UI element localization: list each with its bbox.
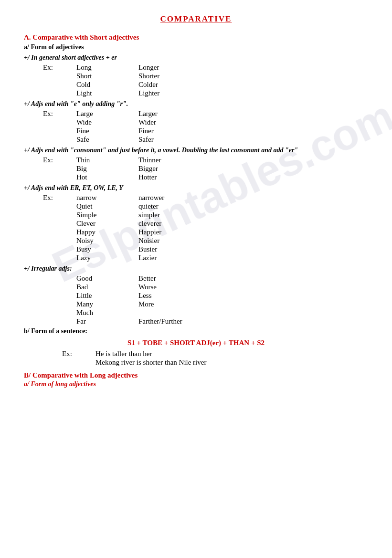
rule-1-heading: +/ In general short adjectives + er bbox=[24, 54, 368, 62]
rule-4-heading: +/ Adjs end with ER, ET, OW, LE, Y bbox=[24, 184, 368, 192]
ex-comp bbox=[138, 309, 215, 317]
ex-comp: Happier bbox=[138, 228, 215, 236]
example-row: Fine Finer bbox=[43, 127, 368, 135]
ex-comp: Worse bbox=[138, 283, 215, 291]
ex-base: Big bbox=[76, 165, 138, 173]
ex-label bbox=[43, 89, 76, 97]
ex-base: Fine bbox=[76, 127, 138, 135]
ex-label bbox=[43, 292, 76, 300]
ex-label: Ex: bbox=[43, 156, 76, 164]
rule-5-heading: +/ Irregular adjs: bbox=[24, 265, 368, 273]
ex-label: Ex: bbox=[43, 194, 76, 202]
example-row: Cold Colder bbox=[43, 81, 368, 89]
example-row: Bad Worse bbox=[43, 283, 368, 291]
ex-base: Wide bbox=[76, 118, 138, 126]
section-a-heading: A. Comparative with Short adjectives bbox=[24, 33, 368, 42]
ex-label: Ex: bbox=[43, 110, 76, 118]
section-b-sub: a/ Form of long adjectives bbox=[24, 380, 368, 388]
example-row: Short Shorter bbox=[43, 72, 368, 80]
ex-comp: Hotter bbox=[138, 173, 215, 181]
example-row: Mekong river is shorter than Nile river bbox=[62, 358, 368, 367]
rule-1-examples: Ex: Long Longer Short Shorter Cold Colde… bbox=[43, 63, 368, 97]
ex-label bbox=[43, 254, 76, 262]
ex-label bbox=[43, 136, 76, 144]
ex-label bbox=[43, 81, 76, 89]
example-sentences: Ex: He is taller than her Mekong river i… bbox=[62, 350, 368, 367]
ex-label: Ex: bbox=[62, 350, 95, 358]
example-row: Ex: He is taller than her bbox=[62, 350, 368, 358]
ex-comp: cleverer bbox=[138, 220, 215, 228]
ex-label bbox=[43, 274, 76, 283]
example-row: Simple simpler bbox=[43, 211, 368, 219]
ex-comp: More bbox=[138, 300, 215, 308]
ex-label bbox=[43, 118, 76, 126]
ex-base: Long bbox=[76, 63, 138, 72]
ex-base: Light bbox=[76, 89, 138, 97]
ex-base: Thin bbox=[76, 156, 138, 164]
example-row: Ex: Large Larger bbox=[43, 110, 368, 118]
ex-base: Good bbox=[76, 274, 138, 283]
ex-base: Safe bbox=[76, 136, 138, 144]
example-row: Wide Wider bbox=[43, 118, 368, 126]
ex-comp: Busier bbox=[138, 245, 215, 253]
ex-comp: quieter bbox=[138, 202, 215, 211]
ex-label bbox=[43, 220, 76, 228]
ex-base: Much bbox=[76, 309, 138, 317]
example-row: Little Less bbox=[43, 292, 368, 300]
example-row: Ex: Thin Thinner bbox=[43, 156, 368, 164]
ex-label bbox=[43, 173, 76, 181]
ex-comp: Noisier bbox=[138, 237, 215, 245]
example-row: Hot Hotter bbox=[43, 173, 368, 181]
example-row: Much bbox=[43, 309, 368, 317]
example-row: Big Bigger bbox=[43, 165, 368, 173]
ex-comp: Less bbox=[138, 292, 215, 300]
ex-base: Simple bbox=[76, 211, 138, 219]
example-sentence-1: He is taller than her bbox=[95, 350, 152, 358]
ex-comp: Lazier bbox=[138, 254, 215, 262]
ex-comp: Safer bbox=[138, 136, 215, 144]
ex-comp: Finer bbox=[138, 127, 215, 135]
ex-base: Clever bbox=[76, 220, 138, 228]
ex-base: Quiet bbox=[76, 202, 138, 211]
example-row: Quiet quieter bbox=[43, 202, 368, 211]
ex-label bbox=[43, 72, 76, 80]
sentence-formula: S1 + TOBE + SHORT ADJ(er) + THAN + S2 bbox=[24, 339, 368, 347]
section-b: B/ Comparative with Long adjectives a/ F… bbox=[24, 371, 368, 388]
example-row: Ex: narrow narrower bbox=[43, 194, 368, 202]
rule-2-heading: +/ Adjs end with "e" only adding "r". bbox=[24, 100, 368, 108]
ex-base: Happy bbox=[76, 228, 138, 236]
ex-base: Bad bbox=[76, 283, 138, 291]
ex-comp: Bigger bbox=[138, 165, 215, 173]
ex-label bbox=[43, 165, 76, 173]
sub-a-label: a/ Form of adjectives bbox=[24, 43, 368, 51]
rule-5-examples: Good Better Bad Worse Little Less Many M… bbox=[43, 274, 368, 326]
ex-base: Many bbox=[76, 300, 138, 308]
ex-label bbox=[43, 245, 76, 253]
ex-base: Cold bbox=[76, 81, 138, 89]
ex-comp: simpler bbox=[138, 211, 215, 219]
rule-3-examples: Ex: Thin Thinner Big Bigger Hot Hotter bbox=[43, 156, 368, 181]
ex-comp: Larger bbox=[138, 110, 215, 118]
example-row: Ex: Long Longer bbox=[43, 63, 368, 72]
ex-comp: Thinner bbox=[138, 156, 215, 164]
ex-label bbox=[43, 300, 76, 308]
example-sentence-2: Mekong river is shorter than Nile river bbox=[95, 358, 206, 367]
example-row: Safe Safer bbox=[43, 136, 368, 144]
example-row: Many More bbox=[43, 300, 368, 308]
rule-2-examples: Ex: Large Larger Wide Wider Fine Finer S… bbox=[43, 110, 368, 144]
ex-comp: Lighter bbox=[138, 89, 215, 97]
rule-4-examples: Ex: narrow narrower Quiet quieter Simple… bbox=[43, 194, 368, 262]
ex-label: Ex: bbox=[43, 63, 76, 72]
example-row: Good Better bbox=[43, 274, 368, 283]
example-row: Happy Happier bbox=[43, 228, 368, 236]
ex-label bbox=[43, 202, 76, 211]
example-row: Light Lighter bbox=[43, 89, 368, 97]
example-row: Far Farther/Further bbox=[43, 317, 368, 326]
ex-label bbox=[43, 309, 76, 317]
ex-base: Busy bbox=[76, 245, 138, 253]
page-title: COMPARATIVE bbox=[24, 14, 368, 24]
rule-3-heading: +/ Adjs end with "consonant" and just be… bbox=[24, 147, 368, 154]
ex-base: Little bbox=[76, 292, 138, 300]
section-b-heading: B/ Comparative with Long adjectives bbox=[24, 371, 368, 379]
ex-base: narrow bbox=[76, 194, 138, 202]
